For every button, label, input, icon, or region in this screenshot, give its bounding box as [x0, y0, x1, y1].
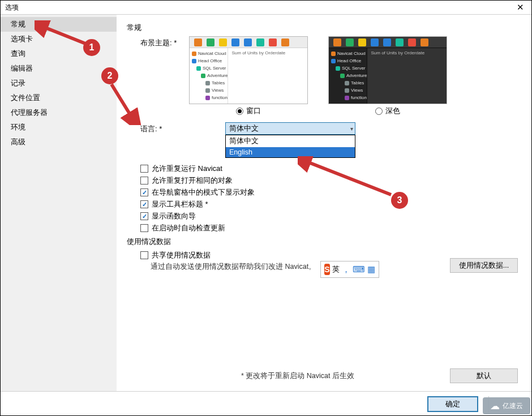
toolbar-icon [207, 38, 214, 46]
theme-label: 布景主题: * [140, 36, 189, 48]
cloud-icon: ☁ [490, 400, 500, 412]
theme-preview-light[interactable]: Navicat Cloud Head Office SQL Server Adv… [189, 36, 308, 104]
language-option-en[interactable]: English [226, 147, 355, 157]
toolbar-icon [244, 38, 252, 46]
language-option-zh[interactable]: 简体中文 [226, 135, 355, 147]
annotation-badge-3: 3 [391, 192, 408, 209]
toolbar-icon [383, 38, 391, 46]
ok-button[interactable]: 确定 [427, 396, 478, 412]
dialog-footer: 确定 [1, 391, 531, 416]
default-button[interactable]: 默认 [450, 368, 518, 383]
toolbar-icon [281, 38, 289, 46]
sidebar-item-filelocation[interactable]: 文件位置 [1, 91, 117, 105]
sidebar-item-advanced[interactable]: 高级 [1, 135, 117, 149]
preview-tree: Navicat Cloud Head Office SQL Server Adv… [190, 48, 228, 104]
preview-tree: Navicat Cloud Head Office SQL Server Adv… [329, 48, 367, 104]
toolbar-icon [333, 38, 341, 46]
checkbox-icon [140, 177, 148, 185]
radio-icon [375, 108, 383, 115]
theme-dark-column: Navicat Cloud Head Office SQL Server Adv… [328, 36, 447, 117]
restart-note: * 更改将于重新启动 Navicat 后生效 [241, 371, 354, 381]
toolbar-icon [408, 38, 416, 46]
sidebar-item-records[interactable]: 记录 [1, 76, 117, 91]
theme-radio-dark[interactable]: 深色 [375, 106, 400, 116]
theme-light-column: Navicat Cloud Head Office SQL Server Adv… [189, 36, 308, 117]
ime-keyboard-icon: ⌨ [353, 264, 365, 275]
checkbox-icon [140, 212, 148, 220]
checkbox-icon [140, 200, 148, 208]
theme-preview-dark[interactable]: Navicat Cloud Head Office SQL Server Adv… [328, 36, 447, 104]
sogou-icon: S [324, 264, 330, 275]
toolbar-icon [396, 38, 404, 46]
radio-icon [236, 108, 243, 115]
ime-mode-label: 英 [332, 264, 340, 275]
toolbar-icon [371, 38, 379, 46]
ime-indicator: S 英 ， ⌨ ▦ [320, 261, 379, 278]
language-dropdown[interactable]: 简体中文 ▾ 简体中文 English [225, 122, 355, 135]
close-icon[interactable]: ✕ [512, 2, 528, 13]
toolbar-icon [256, 38, 264, 46]
toolbar-icon [269, 38, 277, 46]
window-title: 选项 [5, 3, 19, 12]
chevron-down-icon: ▾ [350, 126, 353, 132]
dropdown-value: 简体中文 [229, 124, 259, 134]
language-label: 语言: * [140, 122, 189, 134]
check-func-wizard[interactable]: 显示函数向导 [140, 211, 518, 221]
toolbar-icon [219, 38, 227, 46]
sidebar: 常规 选项卡 查询 编辑器 记录 文件位置 代理服务器 环境 高级 [1, 15, 117, 391]
check-auto-update[interactable]: 在启动时自动检查更新 [140, 223, 518, 233]
check-nav-schema[interactable]: 在导航窗格中的模式下显示对象 [140, 187, 518, 198]
sidebar-item-env[interactable]: 环境 [1, 120, 117, 135]
preview-chart: Sum of Units by Orderdate [228, 48, 308, 104]
ime-punct-icon: ， [342, 264, 350, 275]
preview-chart: Sum of Units by Orderdate [367, 48, 447, 104]
annotation-badge-1: 1 [83, 39, 100, 56]
usage-data-button[interactable]: 使用情况数据... [450, 258, 518, 273]
sidebar-item-general[interactable]: 常规 [1, 17, 117, 32]
check-reopen-same[interactable]: 允许重复打开相同的对象 [140, 175, 518, 186]
check-multi-run[interactable]: 允许重复运行 Navicat [140, 164, 518, 174]
toolbar-icon [358, 38, 366, 46]
theme-row: 布景主题: * [127, 36, 518, 117]
toolbar-icon [421, 38, 428, 46]
content-pane: 常规 布景主题: * [117, 15, 531, 391]
ime-menu-icon: ▦ [367, 264, 375, 275]
section-general-title: 常规 [127, 23, 518, 33]
theme-radio-light[interactable]: 窗口 [236, 106, 261, 116]
toolbar-icon [346, 38, 354, 46]
sidebar-item-editor[interactable]: 编辑器 [1, 61, 117, 76]
toolbar-icon [194, 38, 202, 46]
sidebar-item-proxy[interactable]: 代理服务器 [1, 105, 117, 120]
checkbox-icon [140, 165, 148, 173]
annotation-badge-2: 2 [101, 67, 118, 84]
usage-section-title: 使用情况数据 [127, 237, 518, 247]
check-toolbar-title[interactable]: 显示工具栏标题 * [140, 199, 518, 209]
checkbox-icon [140, 251, 148, 259]
checkbox-icon [140, 224, 148, 232]
main-area: 常规 选项卡 查询 编辑器 记录 文件位置 代理服务器 环境 高级 常规 布景主… [1, 15, 531, 391]
checkbox-icon [140, 188, 148, 196]
language-row: 语言: * 简体中文 ▾ 简体中文 English [127, 122, 518, 135]
toolbar-icon [231, 38, 239, 46]
watermark: ☁ 亿速云 [483, 397, 530, 414]
titlebar: 选项 ✕ [1, 1, 531, 15]
language-dropdown-list: 简体中文 English [225, 135, 355, 158]
